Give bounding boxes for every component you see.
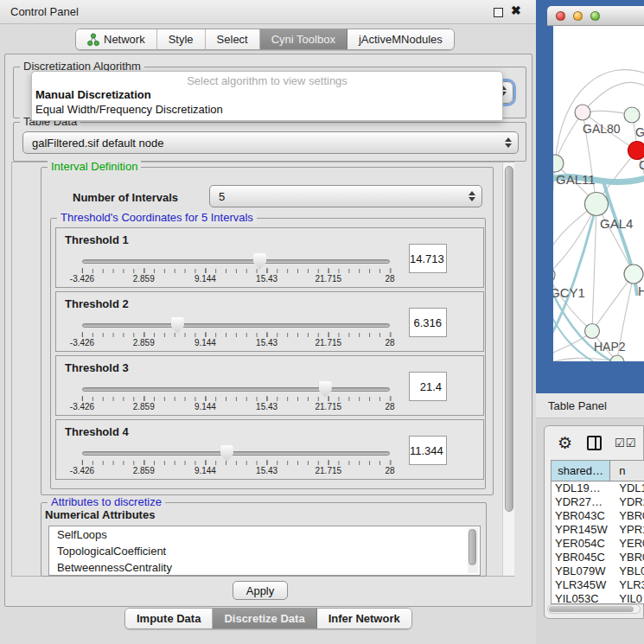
- list-scrollbar[interactable]: [468, 528, 478, 573]
- attributes-title: Attributes to discretize: [48, 495, 165, 508]
- threshold-1-slider[interactable]: -3.4262.859 9.14415.43 21.71528: [82, 256, 390, 285]
- algorithm-dropdown-popup: Select algorithm to view settings Manual…: [31, 71, 503, 121]
- list-item[interactable]: BetweennessCentrality: [49, 559, 480, 576]
- node-label-gal4: GAL4: [600, 216, 633, 231]
- threshold-1-value-field[interactable]: 14.713: [409, 244, 447, 273]
- apply-button[interactable]: Apply: [233, 581, 288, 600]
- list-item[interactable]: SelfLoops: [49, 526, 480, 543]
- threshold-3-value-field[interactable]: 21.4: [409, 372, 447, 401]
- table-row[interactable]: YER054CYER0: [552, 537, 644, 551]
- combo-spinner-icon: [505, 132, 512, 153]
- float-icon[interactable]: [494, 8, 503, 17]
- scrollbar-thumb[interactable]: [505, 166, 513, 512]
- tab-style[interactable]: Style: [157, 29, 206, 49]
- number-of-intervals-label: Number of Intervals: [73, 191, 178, 204]
- popup-item-equal-width[interactable]: Equal Width/Frequency Discretization: [32, 102, 502, 117]
- node-partial-h[interactable]: [624, 265, 643, 284]
- tab-select[interactable]: Select: [206, 29, 260, 49]
- popup-placeholder: Select algorithm to view settings: [32, 72, 502, 87]
- slider-handle[interactable]: [253, 253, 266, 270]
- combo-spinner-icon: [469, 186, 475, 207]
- slider-handle[interactable]: [319, 381, 332, 398]
- tab-jactivemnodules[interactable]: jActiveMNodules: [348, 29, 454, 49]
- table-panel-title: Table Panel: [548, 399, 607, 412]
- threshold-4-value-field[interactable]: 11.344: [409, 436, 447, 465]
- table-row[interactable]: YDR27…YDR2: [552, 495, 644, 509]
- node-label-partial-g: G: [635, 125, 644, 139]
- threshold-2-panel: Threshold 2 -3.4262.859 9.14415.43 21.71…: [55, 291, 484, 352]
- threshold-4-panel: Threshold 4 -3.4262.859 9.14415.43 21.71…: [55, 419, 484, 480]
- threshold-3-slider[interactable]: -3.4262.859 9.14415.43 21.71528: [82, 384, 390, 413]
- node-label-partial-h: H: [638, 284, 644, 298]
- tab-network[interactable]: Network: [76, 29, 157, 49]
- slider-handle[interactable]: [220, 445, 233, 462]
- table-data-combo[interactable]: galFiltered.sif default node: [22, 131, 519, 154]
- node-table[interactable]: shared… n YDL19…YDL1 YDR27…YDR2 YBR043CY…: [551, 460, 644, 604]
- node-label-hap2: HAP2: [594, 340, 626, 354]
- tab-impute-data[interactable]: Impute Data: [125, 609, 213, 628]
- columns-icon[interactable]: [587, 436, 602, 450]
- numerical-attributes-list[interactable]: SelfLoops TopologicalCoefficient Between…: [48, 526, 481, 576]
- numerical-attributes-label: Numerical Attributes: [45, 508, 155, 521]
- table-row[interactable]: YBR043CYBR0: [552, 509, 644, 523]
- node-red-selected[interactable]: [628, 142, 644, 160]
- network-canvas[interactable]: GAL80 G C GAL11 GAL4 GCY1 H HAP2: [553, 26, 644, 361]
- minimize-traffic-light-icon[interactable]: [573, 11, 583, 21]
- zoom-traffic-light-icon[interactable]: [590, 11, 600, 21]
- gear-icon[interactable]: ⚙: [558, 433, 572, 453]
- number-of-intervals-combo[interactable]: 5: [209, 185, 482, 207]
- table-header-row: shared… n: [552, 461, 644, 481]
- table-horizontal-scrollbar[interactable]: [547, 604, 641, 614]
- list-item[interactable]: TopologicalCoefficient: [49, 543, 480, 559]
- threshold-coordinates-title: Threshold's Coordinates for 5 Intervals: [57, 211, 257, 224]
- popup-item-manual-discretization[interactable]: Manual Discretization: [32, 87, 502, 102]
- close-icon[interactable]: ✖: [511, 3, 521, 17]
- threshold-3-panel: Threshold 3 -3.4262.859 9.14415.43 21.71…: [55, 355, 484, 416]
- node-label-gcy1: GCY1: [553, 285, 585, 300]
- node-gal4[interactable]: [585, 193, 609, 216]
- bottom-tab-bar: Impute Data Discretize Data Infer Networ…: [124, 608, 412, 629]
- interval-definition-group: Interval Definition Number of Intervals …: [41, 167, 494, 495]
- table-data-group: Table Data galFiltered.sif default node: [13, 122, 526, 162]
- column-header-shared[interactable]: shared…: [552, 461, 610, 481]
- threshold-4-slider[interactable]: -3.4262.859 9.14415.43 21.71528: [82, 448, 390, 477]
- node-partial-g[interactable]: [624, 107, 640, 123]
- attributes-group: Attributes to discretize Numerical Attri…: [41, 502, 487, 577]
- network-graph-icon: [87, 33, 99, 47]
- table-row[interactable]: YPR145WYPR1: [552, 523, 644, 537]
- table-data-combo-value: galFiltered.sif default node: [32, 137, 163, 150]
- node-label-partial-c: C: [639, 158, 644, 172]
- table-panel-container: ⚙ ☑☑ shared… n YDL19…YDL1 YDR27…YDR2 YBR…: [544, 425, 644, 619]
- tab-network-label: Network: [104, 33, 145, 46]
- interval-definition-title: Interval Definition: [48, 160, 141, 173]
- node-gal80[interactable]: [575, 105, 590, 120]
- checkbox-icons[interactable]: ☑☑: [615, 437, 636, 450]
- panel-vertical-scrollbar[interactable]: [502, 163, 514, 576]
- column-header-name[interactable]: n: [610, 461, 644, 481]
- tab-discretize-data[interactable]: Discretize Data: [213, 609, 316, 628]
- top-tab-bar: Network Style Select Cyni Toolbox jActiv…: [75, 29, 455, 50]
- panel-title: Control Panel: [10, 5, 79, 18]
- table-panel-titlebar: Table Panel: [536, 393, 644, 418]
- node-gcy1[interactable]: [553, 267, 555, 283]
- tab-infer-network[interactable]: Infer Network: [317, 609, 411, 628]
- node-gal11[interactable]: [553, 155, 564, 172]
- table-row[interactable]: YLR345WYLR3: [552, 578, 644, 592]
- threshold-1-panel: Threshold 1 -3.4262.859 9.14415.43 21.71…: [55, 227, 484, 288]
- tab-cyni-toolbox[interactable]: Cyni Toolbox: [260, 29, 348, 49]
- network-window-titlebar[interactable]: [547, 6, 644, 26]
- node-hap2[interactable]: [585, 324, 600, 339]
- threshold-2-value-field[interactable]: 6.316: [409, 308, 447, 337]
- table-row[interactable]: YIL053CYIL0: [552, 592, 644, 604]
- table-row[interactable]: YBR045CYBR0: [552, 551, 644, 564]
- table-row[interactable]: YDL19…YDL1: [552, 481, 644, 495]
- cyni-toolbox-panel: Discretization Algorithm Table Data galF…: [4, 54, 532, 607]
- slider-handle[interactable]: [171, 317, 184, 334]
- table-toolbar: ⚙ ☑☑: [545, 430, 643, 456]
- threshold-2-slider[interactable]: -3.4262.859 9.14415.43 21.71528: [82, 320, 390, 349]
- number-of-intervals-value: 5: [219, 190, 225, 203]
- table-row[interactable]: YBL079WYBL0: [552, 564, 644, 578]
- close-traffic-light-icon[interactable]: [556, 11, 565, 21]
- control-panel-titlebar: Control Panel ✖: [0, 0, 536, 24]
- node-label-gal80: GAL80: [583, 122, 621, 136]
